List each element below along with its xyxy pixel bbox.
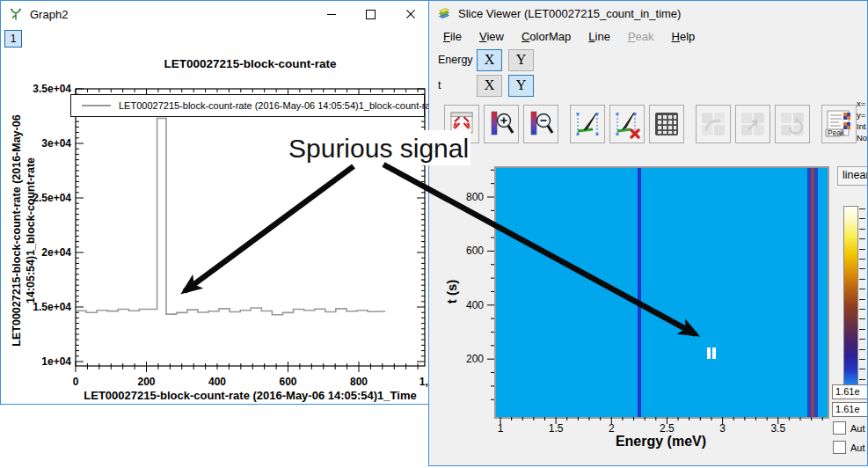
energy-tick-label: 1.5 xyxy=(549,422,564,435)
zoom-out-button[interactable] xyxy=(523,105,558,143)
readout-line-1: y= xyxy=(857,109,867,121)
readout-line-3: No xyxy=(857,132,867,143)
y-tick-label: 2e+04 xyxy=(41,246,71,259)
menu-help[interactable]: Help xyxy=(663,27,704,46)
t-tick-label: 200 xyxy=(466,353,484,365)
menu-view[interactable]: View xyxy=(470,27,513,46)
rebin-mode-button xyxy=(696,105,731,143)
cursor-readout: x=y=IntNo xyxy=(857,98,867,143)
rebin-apply-button xyxy=(735,105,770,143)
autoscale-min-checkbox[interactable] xyxy=(833,441,846,454)
autoscale-min-label: Aut xyxy=(850,442,865,453)
scale-type-select[interactable]: linear xyxy=(837,166,868,186)
colorbar[interactable] xyxy=(843,206,858,391)
detector-line xyxy=(638,168,641,417)
energy-tick-label: 2 xyxy=(609,422,615,435)
slice-viewer-window: Slice Viewer (LET00027215_count_in_time)… xyxy=(428,0,868,466)
energy-axis-title: Energy (meV) xyxy=(496,434,826,450)
zoom-in-button[interactable] xyxy=(484,105,519,143)
colorbar-ticks xyxy=(859,208,865,389)
y-tick-label: 1.5e+04 xyxy=(33,301,71,313)
autoscale-max-label: Aut xyxy=(850,423,865,434)
legend-line-sample xyxy=(82,105,111,106)
clear-line-button[interactable] xyxy=(609,105,645,143)
t-tick-label: 400 xyxy=(466,299,484,311)
x-tick-label: 600 xyxy=(279,376,296,388)
dim-Energy-x-button[interactable]: X xyxy=(477,49,502,71)
color-min-input[interactable]: 1.61e xyxy=(832,402,868,417)
menu-line[interactable]: Line xyxy=(580,27,619,46)
readout-line-0: x= xyxy=(857,98,867,109)
dimension-label: Energy xyxy=(438,54,477,66)
autoscale-min-row: Aut xyxy=(833,441,865,454)
spurious-spot xyxy=(707,347,716,359)
dimension-row-Energy: EnergyXY xyxy=(438,49,540,70)
x-tick-label: 800 xyxy=(350,376,368,388)
peaks-button-label: Peak xyxy=(828,128,845,137)
readout-line-2: Int xyxy=(857,121,867,132)
t-tick-label: 600 xyxy=(466,245,484,257)
t-tick-label: 800 xyxy=(466,191,484,203)
detector-line xyxy=(811,168,814,417)
rebin-refresh-button xyxy=(775,105,810,143)
x-tick-label: 0 xyxy=(73,376,79,388)
graph2-window: Graph2 1 LET00027215-block-count-rate 02… xyxy=(0,0,431,405)
energy-tick-label: 1 xyxy=(498,422,504,435)
peaks-overlay-button[interactable]: Peak xyxy=(821,105,857,143)
window-title: Slice Viewer (LET00027215_count_in_time) xyxy=(458,7,681,20)
menu-colormap[interactable]: ColorMap xyxy=(513,27,580,46)
line-plot-canvas[interactable]: 02004006008001,003.5e+043e+042.5e+042e+0… xyxy=(1,1,431,405)
menu-file[interactable]: File xyxy=(434,27,470,46)
x-tick-label: 400 xyxy=(208,376,226,388)
menubar: FileViewColorMapLinePeakHelp xyxy=(429,26,867,47)
energy-tick-label: 3 xyxy=(719,422,726,435)
legend-label: LET00027215-block-count-rate (2016-May-0… xyxy=(119,100,431,111)
x-axis-title: LET00027215-block-count-rate (2016-May-0… xyxy=(76,389,425,405)
dimension-label: t xyxy=(438,79,477,91)
plot-legend[interactable]: LET00027215-block-count-rate (2016-May-0… xyxy=(70,94,425,117)
dim-t-x-button[interactable]: X xyxy=(477,75,502,97)
y-tick-label: 2.5e+04 xyxy=(33,192,71,204)
color-max-input[interactable]: 1.61e xyxy=(832,384,868,399)
dimension-row-t: tXY xyxy=(438,75,540,96)
slice-viewer-icon xyxy=(437,6,451,20)
y-tick-label: 1e+04 xyxy=(41,355,71,368)
slice-viewer-titlebar[interactable]: Slice Viewer (LET00027215_count_in_time) xyxy=(429,1,867,26)
autoscale-max-checkbox[interactable] xyxy=(833,421,846,435)
x-tick-label: 200 xyxy=(137,376,155,388)
count-rate-curve xyxy=(76,119,385,315)
slice-plot[interactable] xyxy=(494,166,829,419)
toolbar: Peak xyxy=(444,105,861,143)
reset-view-button[interactable] xyxy=(444,105,479,143)
t-axis-title: t (s) xyxy=(444,239,459,345)
y-tick-label: 3e+04 xyxy=(41,137,71,150)
y-tick-label: 3.5e+04 xyxy=(33,83,71,95)
autoscale-max-row: Aut xyxy=(833,421,865,435)
dim-t-y-button[interactable]: Y xyxy=(508,75,534,97)
energy-tick-label: 2.5 xyxy=(660,422,675,435)
screen: Graph2 1 LET00027215-block-count-rate 02… xyxy=(0,0,868,468)
menu-peak: Peak xyxy=(619,27,663,46)
energy-tick-label: 3.5 xyxy=(770,422,785,435)
line-mode-button[interactable] xyxy=(570,105,605,143)
snap-to-grid-button[interactable] xyxy=(649,105,684,143)
y-axis-title: LET00027215-block-count-rate (2016-May-0… xyxy=(10,72,38,389)
spurious-spot-gap xyxy=(711,347,712,359)
dim-Energy-y-button[interactable]: Y xyxy=(508,49,534,71)
